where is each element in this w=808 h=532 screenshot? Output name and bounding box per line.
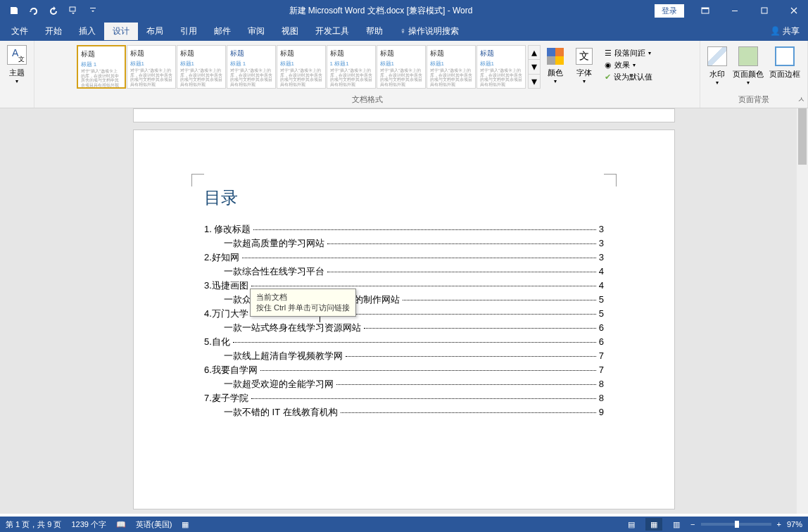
close-button[interactable] — [780, 0, 808, 21]
format-gallery-item[interactable]: 标题标题1对于"插入"选项卡上的库，在设计时其中所含的项与文档中其余项目具有相似… — [377, 45, 426, 89]
share-icon: 👤 — [770, 26, 781, 36]
print-layout-button[interactable]: ▦ — [645, 518, 662, 531]
zoom-level[interactable]: 97% — [787, 520, 802, 528]
svg-rect-3 — [702, 8, 709, 9]
hyperlink-tooltip: 当前文档 按住 Ctrl 并单击可访问链接 — [250, 289, 356, 317]
menu-developer[interactable]: 开发工具 — [307, 23, 358, 40]
toc-entry[interactable]: 一款一站式终身在线学习资源网站6 — [204, 322, 604, 334]
gallery-scroll: ▴ ▾ ▾ — [528, 45, 541, 89]
menubar: 文件 开始 插入 设计 布局 引用 邮件 审阅 视图 开发工具 帮助 ♀ 操作说… — [0, 21, 808, 41]
gallery-more-button[interactable]: ▾ — [529, 75, 540, 88]
collapse-ribbon-button[interactable]: ㅅ — [797, 94, 805, 105]
menu-mailings[interactable]: 邮件 — [206, 23, 239, 40]
ribbon-group-page-background: 水印 ▾ 页面颜色 ▾ 页面边框 页面背景 — [700, 41, 808, 108]
word-count[interactable]: 1239 个字 — [71, 519, 106, 530]
qat-customize-button[interactable] — [84, 2, 101, 19]
chevron-down-icon: ▾ — [747, 80, 750, 86]
lightbulb-icon: ♀ — [400, 26, 406, 36]
toc-entry[interactable]: 一款综合性在线学习平台4 — [204, 265, 604, 278]
menu-layout[interactable]: 布局 — [138, 23, 172, 40]
save-button[interactable] — [6, 2, 23, 19]
paragraph-spacing-button[interactable]: ☰ 段落间距▾ — [605, 48, 652, 58]
ribbon-display-button[interactable] — [691, 0, 719, 21]
statusbar: 第 1 页，共 9 页 1239 个字 📖 英语(美国) ▦ ▤ ▦ ▥ − +… — [0, 517, 808, 532]
format-gallery-item[interactable]: 标题标题1对于"插入"选项卡上的库，在设计时其中所含的项与文档中其余项目具有相似… — [476, 45, 526, 89]
redo-button[interactable] — [45, 2, 62, 19]
document-area[interactable]: 目录 1. 修改标题3一款超高质量的学习网站32.好知网3一款综合性在线学习平台… — [0, 108, 808, 514]
menu-design[interactable]: 设计 — [104, 23, 138, 40]
format-gallery-item[interactable]: 标题标题1对于"插入"选项卡上的库，在设计时其中所含的项与文档中其余项目具有相似… — [177, 45, 226, 89]
menu-help[interactable]: 帮助 — [358, 23, 391, 40]
fonts-icon: 文 — [576, 48, 593, 65]
menu-tellme[interactable]: ♀ 操作说明搜索 — [391, 23, 467, 40]
toc-entry[interactable]: 5.自化6 — [204, 336, 604, 348]
quick-access-toolbar — [0, 2, 107, 19]
colors-button[interactable]: 颜色 ▾ — [541, 45, 569, 89]
web-layout-button[interactable]: ▥ — [668, 518, 685, 531]
colors-icon — [547, 48, 564, 65]
toc-entry[interactable]: 1. 修改标题3 — [204, 223, 604, 236]
page-color-icon — [738, 46, 758, 66]
watermark-icon — [707, 46, 727, 66]
minimize-button[interactable] — [721, 0, 749, 21]
para-spacing-icon: ☰ — [605, 49, 612, 58]
toc-entry[interactable]: 7.麦子学院8 — [204, 392, 604, 405]
format-gallery-item[interactable]: 标题标题1对于"插入"选项卡上的库，在设计时其中所含的项与文档中其余项目具有相似… — [277, 45, 326, 89]
gallery-up-button[interactable]: ▴ — [529, 46, 540, 60]
menu-references[interactable]: 引用 — [172, 23, 206, 40]
page-border-button[interactable]: 页面边框 — [768, 45, 802, 87]
format-gallery-item[interactable]: 标题1 标题1对于"插入"选项卡上的库，在设计时其中所含的项与文档中其余项目具有… — [327, 45, 376, 89]
ribbon-group-theme: 主题 ▾ — [0, 41, 34, 108]
proofing-icon[interactable]: 📖 — [116, 520, 126, 529]
effects-button[interactable]: ◉ 效果▾ — [605, 60, 652, 70]
language-indicator[interactable]: 英语(美国) — [136, 519, 172, 530]
scrollbar-thumb[interactable] — [798, 108, 807, 165]
gallery-down-button[interactable]: ▾ — [529, 60, 540, 74]
toc-entry[interactable]: 一款不错的 IT 在线教育机构9 — [204, 406, 604, 419]
check-icon: ✔ — [605, 72, 611, 82]
vertical-scrollbar[interactable] — [797, 108, 808, 514]
svg-rect-4 — [732, 11, 738, 11]
menu-review[interactable]: 审阅 — [239, 23, 273, 40]
toc-entry[interactable]: 6.我要自学网7 — [204, 364, 604, 376]
previous-page — [133, 108, 675, 122]
toc-entry[interactable]: 2.好知网3 — [204, 251, 604, 264]
menu-view[interactable]: 视图 — [273, 23, 307, 40]
watermark-button[interactable]: 水印 ▾ — [706, 45, 728, 87]
titlebar: 新建 Microsoft Word 文档.docx [兼容模式] - Word … — [0, 0, 808, 21]
qat-more-button[interactable] — [65, 2, 82, 19]
menu-file[interactable]: 文件 — [3, 23, 37, 40]
window-title: 新建 Microsoft Word 文档.docx [兼容模式] - Word — [107, 5, 655, 17]
format-gallery-item[interactable]: 标题标题1对于"插入"选项卡上的库，在设计时其中所含的项与文档中其余项目具有相似… — [127, 45, 176, 89]
zoom-in-button[interactable]: + — [777, 520, 781, 528]
ribbon-group-format: 标题标题 1对于"插入"选项卡上的库，在设计时其中所含的项与文档中其余项目具有相… — [34, 41, 700, 108]
macro-icon[interactable]: ▦ — [182, 520, 189, 529]
format-gallery-item[interactable]: 标题标题1对于"插入"选项卡上的库，在设计时其中所含的项与文档中其余项目具有相似… — [427, 45, 476, 89]
set-default-button[interactable]: ✔ 设为默认值 — [605, 72, 652, 82]
zoom-slider[interactable] — [701, 523, 771, 526]
login-button[interactable]: 登录 — [655, 4, 684, 18]
fonts-button[interactable]: 文 字体 ▾ — [570, 45, 598, 89]
svg-rect-5 — [762, 8, 767, 13]
toc-heading[interactable]: 目录 — [204, 186, 604, 209]
margin-marker — [604, 174, 617, 186]
toc-entry[interactable]: 一款超高质量的学习网站3 — [204, 237, 604, 250]
zoom-thumb[interactable] — [735, 521, 739, 528]
svg-rect-0 — [70, 7, 75, 11]
page-color-button[interactable]: 页面颜色 ▾ — [731, 45, 765, 87]
maximize-button[interactable] — [750, 0, 778, 21]
menu-home[interactable]: 开始 — [37, 23, 70, 40]
svg-rect-1 — [90, 8, 96, 8]
format-gallery-item[interactable]: 标题标题 1对于"插入"选项卡上的库，在设计时其中所含的项与文档中其余项目具有相… — [77, 45, 126, 89]
menu-insert[interactable]: 插入 — [70, 23, 104, 40]
document-page[interactable]: 目录 1. 修改标题3一款超高质量的学习网站32.好知网3一款综合性在线学习平台… — [133, 129, 675, 509]
format-gallery-item[interactable]: 标题标题 1对于"插入"选项卡上的库，在设计时其中所含的项与文档中其余项目具有相… — [227, 45, 276, 89]
undo-button[interactable] — [25, 2, 42, 19]
zoom-out-button[interactable]: − — [690, 520, 695, 528]
theme-button[interactable]: 主题 ▾ — [4, 42, 30, 87]
read-mode-button[interactable]: ▤ — [623, 518, 640, 531]
menu-share[interactable]: 👤 共享 — [770, 25, 808, 37]
toc-entry[interactable]: 一款线上超清自学视频教学网7 — [204, 350, 604, 362]
toc-entry[interactable]: 一款超受欢迎的全能学习网8 — [204, 378, 604, 391]
page-indicator[interactable]: 第 1 页，共 9 页 — [6, 519, 61, 530]
